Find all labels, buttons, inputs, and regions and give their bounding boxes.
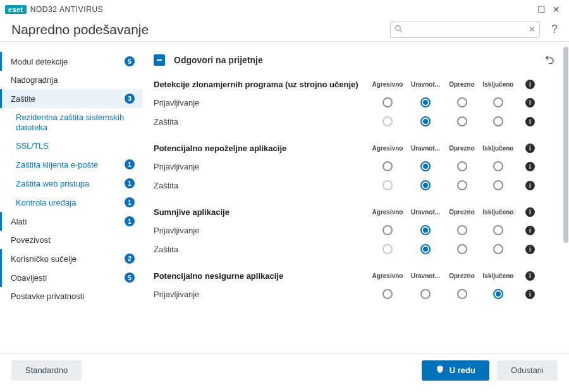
info-icon[interactable]: i xyxy=(525,117,535,126)
radio-option[interactable] xyxy=(457,244,467,254)
radio-option[interactable] xyxy=(457,225,467,235)
sidebar-item-label: Postavke privatnosti xyxy=(11,291,135,301)
scrollbar-thumb[interactable] xyxy=(563,47,568,243)
footer: Standardno U redu Odustani xyxy=(0,353,569,386)
info-icon[interactable]: i xyxy=(525,162,535,171)
sidebar-item-sub-web[interactable]: Zaštita web pristupa1 xyxy=(0,174,142,193)
info-icon[interactable]: i xyxy=(525,290,535,299)
radio-option[interactable] xyxy=(457,97,467,107)
spacer xyxy=(154,195,558,204)
sidebar-item-notif[interactable]: Obavijesti5 xyxy=(0,268,142,287)
sidebar-item-label: Obavijesti xyxy=(11,273,119,283)
radio-option[interactable] xyxy=(457,161,467,171)
radio-cell xyxy=(369,116,407,126)
radio-option[interactable] xyxy=(457,289,467,299)
sidebar-item-detection[interactable]: Modul detekcije5 xyxy=(0,52,142,71)
search-box[interactable]: ✕ xyxy=(390,21,540,38)
info-icon[interactable]: i xyxy=(525,181,535,190)
radio-cell xyxy=(369,161,407,171)
badge: 3 xyxy=(125,94,135,104)
radio-option[interactable] xyxy=(493,289,503,299)
sidebar-item-label: Zaštite xyxy=(11,94,119,104)
collapse-button[interactable] xyxy=(154,54,165,66)
option-row: Zaštitai xyxy=(154,176,558,195)
default-button[interactable]: Standardno xyxy=(11,360,82,381)
sidebar: Modul detekcije5NadogradnjaZaštite3Rezid… xyxy=(0,42,142,353)
cancel-button[interactable]: Odustani xyxy=(497,360,558,381)
ok-button[interactable]: U redu xyxy=(422,360,489,381)
radio-cell xyxy=(369,97,407,107)
radio-option[interactable] xyxy=(382,97,393,107)
revert-button[interactable] xyxy=(544,53,558,67)
radio-option[interactable] xyxy=(420,116,431,126)
search-input[interactable] xyxy=(407,25,525,34)
column-header: Isključeno xyxy=(479,209,517,216)
radio-cell xyxy=(444,289,479,299)
radio-option[interactable] xyxy=(457,116,467,126)
column-header: Isključeno xyxy=(479,145,517,152)
sidebar-item-sub-devctl[interactable]: Kontrola uređaja1 xyxy=(0,193,142,212)
sidebar-item-sub-ssl[interactable]: SSL/TLS xyxy=(0,137,142,155)
radio-option[interactable] xyxy=(420,180,431,190)
radio-option[interactable] xyxy=(382,225,393,235)
scrollbar[interactable] xyxy=(563,42,569,353)
maximize-button[interactable]: ☐ xyxy=(534,2,549,17)
topbar: Napredno podešavanje ✕ ? xyxy=(0,19,569,42)
sidebar-item-label: SSL/TLS xyxy=(16,141,135,150)
radio-option[interactable] xyxy=(493,225,503,235)
info-icon[interactable]: i xyxy=(525,207,535,217)
content-wrap: Odgovori na prijetnje Detekcije zlonamje… xyxy=(142,42,569,353)
radio-cell xyxy=(369,180,407,190)
clear-search-icon[interactable]: ✕ xyxy=(529,25,535,34)
radio-option[interactable] xyxy=(493,244,503,254)
sidebar-item-upgrade[interactable]: Nadogradnja xyxy=(0,71,142,89)
radio-option[interactable] xyxy=(420,97,431,107)
column-header: Uravnot... xyxy=(407,145,444,152)
sidebar-item-connectivity[interactable]: Povezivost xyxy=(0,231,142,249)
sidebar-item-sub-rts[interactable]: Rezidentna zaštita sistemskih datoteka xyxy=(0,108,142,137)
sidebar-item-tools[interactable]: Alati1 xyxy=(0,212,142,231)
radio-cell xyxy=(479,289,517,299)
radio-cell xyxy=(444,116,479,126)
svg-rect-2 xyxy=(157,59,162,61)
help-button[interactable]: ? xyxy=(548,23,561,36)
radio-option[interactable] xyxy=(420,225,431,235)
radio-cell xyxy=(407,225,444,235)
sidebar-item-protections[interactable]: Zaštite3 xyxy=(0,89,142,108)
brand: eset NOD32 ANTIVIRUS xyxy=(5,5,103,14)
option-row: Zaštitai xyxy=(154,240,558,259)
info-icon[interactable]: i xyxy=(525,80,535,89)
ok-label: U redu xyxy=(450,365,475,375)
radio-option[interactable] xyxy=(493,161,503,171)
radio-option[interactable] xyxy=(420,161,431,171)
panel-header: Odgovori na prijetnje xyxy=(154,53,558,67)
sidebar-item-ui[interactable]: Korisničko sučelje2 xyxy=(0,249,142,268)
sidebar-item-sub-email[interactable]: Zaštita klijenta e-pošte1 xyxy=(0,155,142,174)
info-icon[interactable]: i xyxy=(525,226,535,235)
info-icon[interactable]: i xyxy=(525,98,535,107)
sidebar-item-privacy[interactable]: Postavke privatnosti xyxy=(0,287,142,305)
info-icon[interactable]: i xyxy=(525,245,535,254)
category-header: Potencijalno nesigurne aplikacijeAgresiv… xyxy=(154,267,558,285)
option-name: Zaštita xyxy=(154,117,369,126)
radio-cell xyxy=(369,289,407,299)
radio-option[interactable] xyxy=(457,180,467,190)
radio-option[interactable] xyxy=(493,97,503,107)
column-header: Uravnot... xyxy=(407,209,444,216)
radio-option[interactable] xyxy=(382,161,393,171)
sidebar-item-label: Alati xyxy=(11,217,119,226)
radio-option[interactable] xyxy=(493,116,503,126)
info-icon[interactable]: i xyxy=(525,271,535,281)
badge: 2 xyxy=(125,254,135,264)
option-row: Prijavljivanjei xyxy=(154,221,558,240)
radio-option[interactable] xyxy=(382,289,393,299)
category-name: Detekcije zlonamjernih programa (uz stro… xyxy=(154,80,369,89)
close-button[interactable]: ✕ xyxy=(549,2,564,17)
category-header: Sumnjive aplikacijeAgresivnoUravnot...Op… xyxy=(154,204,558,221)
badge: 5 xyxy=(125,56,135,66)
radio-cell xyxy=(407,116,444,126)
info-icon[interactable]: i xyxy=(525,144,535,153)
radio-option[interactable] xyxy=(420,244,431,254)
radio-option[interactable] xyxy=(420,289,431,299)
radio-option[interactable] xyxy=(493,180,503,190)
